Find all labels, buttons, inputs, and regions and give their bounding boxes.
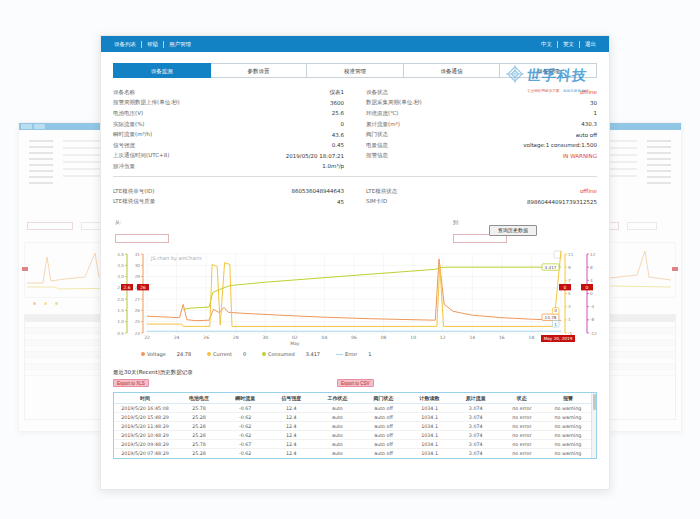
lte-right-label: SIM卡ID — [366, 198, 387, 205]
date-from-label: 从: — [115, 219, 169, 225]
date-from-input[interactable] — [115, 234, 169, 243]
section-divider — [113, 176, 597, 177]
table-cell: auto — [314, 431, 360, 440]
info-right-value: 430.3 — [581, 121, 597, 127]
svg-text:8: 8 — [590, 265, 593, 270]
lte-right-label: LTE模块状态 — [366, 188, 397, 195]
ghost-cursor-box — [22, 267, 28, 271]
svg-text:1.0: 1.0 — [117, 319, 124, 324]
tab-1[interactable]: 参数设置 — [211, 63, 308, 78]
info-left-row-6: 上次通信时间(UTC+8)2019/05/20 18:07:21 — [113, 151, 344, 162]
svg-text:5: 5 — [568, 291, 571, 296]
table-header-5: 阀门状态 — [360, 393, 406, 404]
table-cell: 1034.1 — [407, 431, 453, 440]
table-cell: no warning — [545, 404, 591, 413]
export-xls-button[interactable]: Export to XLS — [113, 379, 149, 387]
table-cell: auto — [314, 449, 360, 458]
svg-text:3.417: 3.417 — [545, 265, 557, 270]
table-cell: no warning — [545, 440, 591, 449]
table-cell: 12.4 — [268, 431, 314, 440]
table-header-0: 时间 — [114, 393, 176, 404]
top-nav-item-0[interactable]: 设备列表 — [109, 41, 141, 48]
info-right-label: 阀门状态 — [366, 131, 388, 138]
table-cell: 2019/5/20 11:48:29 — [114, 422, 176, 431]
top-link-1[interactable]: 英文 — [557, 41, 579, 48]
legend-label: Voltage — [147, 351, 166, 357]
export-csv-button[interactable]: Export to CSV — [337, 379, 374, 387]
info-left-row-2: 电池电压(V)25.6 — [113, 108, 344, 119]
tab-0[interactable]: 设备监测 — [113, 63, 211, 78]
svg-text:29: 29 — [135, 274, 141, 279]
table-cell: 25.28 — [176, 431, 222, 440]
table-row[interactable]: 2019/5/20 16:45:0825.78-0.6712.4autoauto… — [114, 404, 591, 413]
info-left-label: 瞬时流量(m³/h) — [113, 131, 152, 138]
table-row[interactable]: 2019/5/20 07:48:2925.28-0.6212.4autoauto… — [114, 449, 591, 458]
svg-text:31: 31 — [135, 252, 141, 257]
table-row[interactable]: 2019/5/20 11:48:2925.28-0.6212.4autoauto… — [114, 422, 591, 431]
table-cell: 12.4 — [268, 422, 314, 431]
table-cell: 25.28 — [176, 422, 222, 431]
svg-text:28: 28 — [233, 335, 239, 340]
legend-item-current[interactable]: Current0 — [207, 351, 246, 357]
table-cell: auto — [314, 422, 360, 431]
table-cell: auto — [314, 413, 360, 422]
table-header-8: 状态 — [499, 393, 545, 404]
svg-text:1.5: 1.5 — [117, 308, 124, 313]
top-link-0[interactable]: 中文 — [536, 41, 557, 48]
svg-text:08: 08 — [381, 335, 387, 340]
svg-text:18: 18 — [529, 335, 535, 340]
svg-text:10: 10 — [410, 335, 416, 340]
info-right-row-3: 累计流量(m³)430.3 — [366, 119, 597, 130]
info-left-row-1: 报警周期数据上传(单位:秒)3600 — [113, 98, 344, 109]
top-nav-item-1[interactable]: 帮助 — [141, 41, 163, 48]
svg-text:9: 9 — [568, 265, 571, 270]
chart-legend: Voltage24.78Current0Consumed3.417Error1 — [141, 350, 597, 359]
info-right-label: 数据采集周期(单位:秒) — [366, 99, 422, 106]
top-nav-item-2[interactable]: 用户管理 — [163, 41, 196, 48]
svg-text:0: 0 — [564, 285, 567, 290]
svg-text:02: 02 — [292, 335, 298, 340]
ghost-nav-chip — [21, 124, 32, 129]
table-scrollbar[interactable] — [591, 393, 596, 458]
tab-2[interactable]: 校准管理 — [307, 63, 404, 78]
legend-item-consumed[interactable]: Consumed3.417 — [262, 351, 320, 357]
tab-3[interactable]: 设备通信 — [404, 63, 501, 78]
table-row[interactable]: 2019/5/20 15:48:2925.28-0.6212.4autoauto… — [114, 413, 591, 422]
info-right-row-2: 环境温度(℃)1 — [366, 108, 597, 119]
top-link-2[interactable]: 退出 — [579, 41, 601, 48]
device-info-left-column: 设备名称仪表1报警周期数据上传(单位:秒)3600电池电压(V)25.6实际流量… — [113, 87, 344, 172]
svg-text:-4: -4 — [590, 304, 595, 309]
svg-text:4: 4 — [590, 278, 593, 283]
query-history-button[interactable]: 查询历史数据 — [489, 225, 537, 236]
date-query-row: 从: 到: 查询历史数据 — [113, 219, 597, 247]
svg-text:16: 16 — [499, 335, 505, 340]
legend-label: Error — [345, 351, 357, 357]
table-cell: 12.4 — [268, 449, 314, 458]
lte-right-row-0: LTE模块状态offline — [366, 186, 597, 197]
info-right-value: 1 — [594, 110, 598, 116]
table-row[interactable]: 2019/5/20 09:48:2925.78-0.6712.4autoauto… — [114, 440, 591, 449]
info-left-label: 上次通信时间(UTC+8) — [113, 152, 169, 159]
table-cell: no error — [499, 422, 545, 431]
table-row[interactable]: 2019/5/20 10:48:2925.28-0.6212.4autoauto… — [114, 431, 591, 440]
info-left-value: 43.6 — [332, 132, 344, 138]
tab-4[interactable]: 设备管理 — [500, 63, 597, 78]
info-left-label: 脉冲当量 — [113, 163, 135, 170]
svg-text:2.0: 2.0 — [117, 297, 124, 302]
table-cell: no warning — [545, 422, 591, 431]
table-cell: 12.4 — [268, 404, 314, 413]
svg-text:30: 30 — [262, 335, 268, 340]
records-table-container: 时间电池电压瞬时流量信号强度工作状态阀门状态计数读数累计流量状态报警 2019/… — [113, 392, 597, 459]
legend-item-error[interactable]: Error1 — [336, 351, 371, 357]
table-cell: 2019/5/20 15:48:29 — [114, 413, 176, 422]
ghost-legend — [33, 302, 58, 305]
table-cell: -0.62 — [222, 431, 268, 440]
svg-text:30: 30 — [135, 263, 141, 268]
legend-item-voltage[interactable]: Voltage24.78 — [141, 351, 191, 357]
scrollbar-thumb[interactable] — [593, 394, 596, 410]
records-table: 时间电池电压瞬时流量信号强度工作状态阀门状态计数读数累计流量状态报警 2019/… — [114, 393, 591, 458]
history-line-chart[interactable]: 222426283002May0406081012141618204.03.53… — [113, 249, 597, 349]
info-left-label: 信号强度 — [113, 142, 135, 149]
legend-label: Consumed — [268, 351, 295, 357]
svg-text:4.0: 4.0 — [117, 252, 124, 257]
